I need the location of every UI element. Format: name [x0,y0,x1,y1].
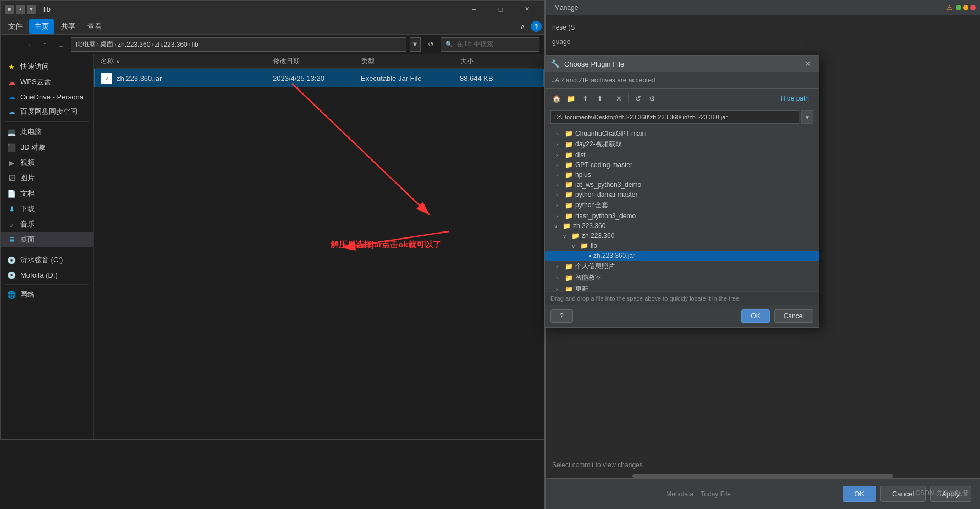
menu-home[interactable]: 主页 [29,19,54,34]
file-row[interactable]: J zh.223.360.jar 2023/4/25 13:20 Executa… [94,69,544,87]
dialog-path-input[interactable] [550,110,799,124]
path-part-zh2[interactable]: zh.223.360 [155,41,187,48]
tree-item-rtasr[interactable]: › 📁 rtasr_python3_demo [545,211,819,221]
dialog-help-button[interactable]: ? [550,309,573,323]
back-button[interactable]: ← [5,38,18,51]
sidebar-item-this-pc[interactable]: 💻 此电脑 [1,124,93,140]
folder-icon-day22: 📁 [565,141,573,148]
close-button[interactable]: ✕ [514,1,539,18]
chevron-smart: › [556,275,563,281]
tree-item-smart-classroom[interactable]: › 📁 智能教室 [545,272,819,284]
chevron-chuanhu: › [556,131,563,137]
tree-item-zh2[interactable]: ∨ 📁 zh.223.360 [545,231,819,241]
sidebar-item-docs[interactable]: 📄 文档 [1,186,93,201]
menu-view[interactable]: 查看 [82,19,107,34]
sidebar-label-music: 音乐 [20,219,35,229]
sidebar-item-drive-d[interactable]: 💿 Mofoifa (D:) [1,268,93,282]
chevron-update: › [556,286,563,291]
tree-item-hplus[interactable]: › 📁 hplus [545,170,819,180]
path-dropdown-button[interactable]: ▼ [410,37,421,52]
scrollbar-thumb[interactable] [632,474,893,478]
hide-path-button[interactable]: Hide path [777,93,813,103]
dialog-home-button[interactable]: 🏠 [550,92,563,104]
tree-label-dist: dist [575,151,586,159]
chevron-personal: › [556,263,563,269]
desktop-icon: 🖥 [7,235,16,244]
tree-item-zh1[interactable]: ∨ 📁 zh.223.360 [545,221,819,231]
window-title: lib [43,5,458,13]
sidebar-item-3d[interactable]: ⬛ 3D 对象 [1,140,93,155]
dialog-cancel-button[interactable]: Cancel [774,309,813,323]
menu-expand-icon[interactable]: ∧ [516,20,530,32]
refresh-button[interactable]: ↺ [424,38,437,51]
sidebar-item-pictures[interactable]: 🖼 图片 [1,170,93,186]
tree-label-python-all: python全套 [575,201,608,210]
path-part-lib[interactable]: lib [192,41,199,48]
tree-label-gpt: GPT-coding-master [575,161,632,169]
tree-label-hplus: hplus [575,171,591,179]
menu-share[interactable]: 共享 [56,19,81,34]
sidebar-item-quick-access[interactable]: ★ 快速访问 [1,59,93,74]
sidebar-label-drive-c: 沂水弦音 (C:) [20,255,63,265]
dialog-bookmark-button[interactable]: ⬆ [579,92,591,104]
path-part-desktop[interactable]: 桌面 [100,40,113,49]
tree-item-chuanhu[interactable]: › 📁 ChuanhuChatGPT-main [545,129,819,139]
dialog-refresh-button[interactable]: ↺ [632,92,644,104]
dialog-plugin-icon: 🔧 [550,59,560,68]
sidebar-item-drive-c[interactable]: 💿 沂水弦音 (C:) [1,252,93,268]
minimize-button[interactable]: ─ [461,1,487,18]
search-icon: 🔍 [445,41,453,48]
tree-item-dist[interactable]: › 📁 dist [545,150,819,160]
tree-item-python-damai[interactable]: › 📁 python-damai-master [545,190,819,200]
sidebar-item-onedrive[interactable]: ☁ OneDrive - Persona [1,90,93,104]
sidebar-item-downloads[interactable]: ⬇ 下载 [1,201,93,217]
tree-item-python-all[interactable]: › 📁 python全套 [545,200,819,211]
folder-icon-rtasr: 📁 [565,212,573,220]
dialog-upload-button[interactable]: ⬆ [593,92,605,104]
tree-item-update[interactable]: › 📁 更新 [545,284,819,291]
sidebar-item-music[interactable]: ♪ 音乐 [1,217,93,232]
dialog-new-folder-button[interactable]: 📁 [565,92,577,104]
help-button[interactable]: ? [531,21,542,32]
tree-item-lib[interactable]: ∨ 📁 lib [545,241,819,251]
ok-button[interactable]: OK [843,486,876,502]
ide-dot-green[interactable] [956,5,961,10]
tree-item-iat[interactable]: › 📁 iat_ws_python3_demo [545,180,819,190]
ide-dot-yellow[interactable] [963,5,968,10]
dialog-settings-button[interactable]: ⚙ [646,92,658,104]
up-button[interactable]: ↑ [38,38,51,51]
sidebar-item-video[interactable]: ▶ 视频 [1,155,93,170]
sidebar-item-network[interactable]: 🌐 网络 [1,287,93,302]
dialog-delete-button[interactable]: ✕ [613,92,625,104]
sidebar-item-wps[interactable]: ☁ WPS云盘 [1,74,93,90]
tree-item-gpt[interactable]: › 📁 GPT-coding-master [545,160,819,170]
col-header-size[interactable]: 大小 [460,57,515,66]
horizontal-scrollbar[interactable] [546,473,980,478]
dialog-ok-button[interactable]: OK [741,309,769,323]
sidebar-item-baidu[interactable]: ☁ 百度网盘同步空间 [1,104,93,119]
tree-item-personal-photos[interactable]: › 📁 个人信息照片 [545,261,819,272]
tree-item-day22[interactable]: › 📁 day22-视频获取 [545,139,819,150]
chevron-zh1: ∨ [554,223,560,229]
col-header-type[interactable]: 类型 [361,57,460,66]
menu-file[interactable]: 文件 [3,19,28,34]
col-header-name[interactable]: 名称 ∧ [101,57,273,66]
file-list: 名称 ∧ 修改日期 类型 大小 J [94,54,544,439]
path-part-zh1[interactable]: zh.223.360 [118,41,150,48]
dialog-close-button[interactable]: ✕ [802,58,813,69]
path-part-pc[interactable]: 此电脑 [76,40,96,49]
forward-button[interactable]: → [21,38,35,51]
maximize-button[interactable]: □ [488,1,513,18]
sidebar-item-desktop[interactable]: 🖥 桌面 [1,232,93,247]
col-header-modified[interactable]: 修改日期 [273,57,361,66]
ide-manage-btn[interactable]: Manage [550,3,582,13]
address-path[interactable]: 此电脑 › 桌面 › zh.223.360 › zh.223.360 › lib [71,37,406,52]
path-icon-button[interactable]: □ [54,38,68,51]
tree-item-jar[interactable]: ▪ zh.223.360.jar [545,251,819,261]
ide-dot-red[interactable] [970,5,976,10]
dialog-title-bar: 🔧 Choose Plugin File ✕ [545,56,819,72]
dialog-path-dropdown[interactable]: ▼ [801,110,813,124]
sidebar-label-video: 视频 [20,158,35,168]
sidebar-label-drive-d: Mofoifa (D:) [20,271,58,279]
search-box[interactable]: 🔍 在 lib 中搜索 [441,37,539,52]
